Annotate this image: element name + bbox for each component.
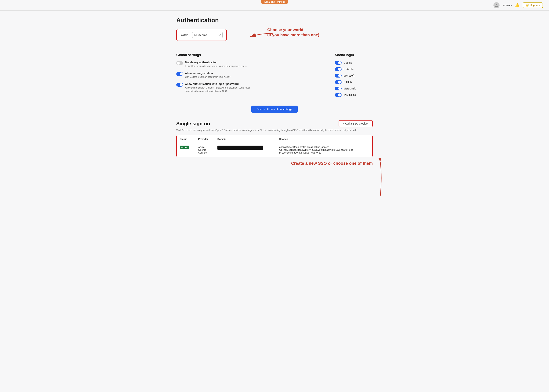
row-scopes: openid User.Read profile email offline_a… [276, 143, 372, 157]
top-bar-right: admin ▾ 🔔 👑 Upgrade [493, 2, 543, 8]
sso-section-wrap: Single sign on + Add a SSO provider Work… [176, 120, 373, 157]
self-registration-track[interactable] [176, 72, 183, 76]
upgrade-icon: 👑 [526, 4, 529, 7]
metamask-thumb [338, 87, 341, 90]
world-select[interactable]: MS teamsWorld 1World 2 [192, 32, 223, 38]
self-registration-text: Allow self-registration Can visitors cre… [185, 72, 230, 79]
self-registration-thumb [180, 72, 183, 76]
row-provider: AzureOpenIdConnect [195, 143, 214, 157]
github-label: GitHub [344, 81, 352, 84]
linkedin-thumb [338, 68, 341, 71]
choose-world-callout: Choose your world(if you have more than … [267, 27, 328, 37]
world-arrow [245, 31, 275, 43]
table-row[interactable]: Active AzureOpenIdConnect openid User.Re… [177, 143, 372, 157]
social-metamask: MetaMask [335, 87, 373, 91]
main-content: Authentication World: MS teamsWorld 1Wor… [170, 11, 379, 177]
self-registration-toggle-wrap[interactable] [176, 72, 183, 77]
bell-icon[interactable]: 🔔 [515, 3, 520, 7]
avatar [493, 2, 500, 8]
col-domain: Domain [214, 135, 276, 143]
mandatory-auth-track[interactable] [176, 61, 183, 65]
github-toggle[interactable] [335, 80, 342, 84]
google-toggle[interactable] [335, 61, 342, 65]
upgrade-button[interactable]: 👑 Upgrade [523, 2, 543, 8]
world-selector-box: World: MS teamsWorld 1World 2 [176, 29, 227, 41]
top-bar: Local environment admin ▾ 🔔 👑 Upgrade [0, 0, 549, 11]
self-registration-label: Allow self-registration [185, 72, 230, 75]
test-oidc-thumb [338, 93, 341, 97]
mandatory-auth-desc: If disabled, access to your world is ope… [185, 64, 246, 68]
env-badge: Local environment [261, 0, 288, 4]
login-password-track[interactable] [176, 83, 183, 87]
sso-table: Status Provider Domain Scopes Active Azu… [177, 135, 372, 157]
microsoft-track[interactable] [335, 74, 342, 77]
social-linkedin: LinkedIn [335, 67, 373, 71]
row-status: Active [177, 143, 195, 157]
self-registration-item: Allow self-registration Can visitors cre… [176, 72, 320, 79]
domain-redacted-value [218, 146, 263, 150]
mandatory-auth-toggle[interactable] [176, 61, 183, 65]
col-scopes: Scopes [276, 135, 372, 143]
test-oidc-label: Test OIDC [344, 93, 356, 97]
mandatory-auth-item: Mandatory authentication If disabled, ac… [176, 61, 320, 68]
social-google: Google [335, 61, 373, 65]
login-password-desc: Allow authentication via login / passwor… [185, 86, 253, 93]
login-password-text: Allow authentication with login / passwo… [185, 83, 253, 93]
microsoft-thumb [338, 74, 341, 77]
sso-table-body: Active AzureOpenIdConnect openid User.Re… [177, 143, 372, 157]
page-title: Authentication [176, 17, 373, 24]
sso-table-head: Status Provider Domain Scopes [177, 135, 372, 143]
save-button-wrap: Save authentication settings [176, 105, 373, 112]
mandatory-auth-thumb [177, 62, 180, 65]
google-track[interactable] [335, 61, 342, 65]
microsoft-toggle[interactable] [335, 74, 342, 77]
social-github: GitHub [335, 80, 373, 84]
google-thumb [338, 61, 341, 64]
metamask-label: MetaMask [344, 87, 356, 90]
social-login-title: Social login [335, 53, 373, 57]
mandatory-auth-toggle-wrap[interactable] [176, 61, 183, 66]
global-settings-title: Global settings [176, 53, 320, 57]
google-label: Google [344, 61, 352, 64]
admin-label: admin [503, 4, 510, 7]
add-sso-wrap: + Add a SSO provider [338, 120, 373, 127]
sso-description: WorkAdventure can integrate with any Ope… [176, 128, 373, 132]
row-domain [214, 143, 276, 157]
choose-world-text: Choose your world(if you have more than … [267, 28, 319, 37]
login-password-label: Allow authentication with login / passwo… [185, 83, 253, 85]
test-oidc-toggle[interactable] [335, 93, 342, 97]
chevron-down-icon: ▾ [511, 4, 512, 7]
metamask-toggle[interactable] [335, 87, 342, 91]
status-badge: Active [180, 146, 189, 149]
linkedin-label: LinkedIn [344, 68, 353, 71]
microsoft-label: Microsoft [344, 74, 354, 77]
create-sso-callout: Create a new SSO or choose one of them [176, 161, 373, 166]
sso-table-header-row: Status Provider Domain Scopes [177, 135, 372, 143]
self-registration-toggle[interactable] [176, 72, 183, 76]
social-microsoft: Microsoft [335, 74, 373, 77]
mandatory-auth-label: Mandatory authentication [185, 61, 246, 64]
sso-title: Single sign on [176, 121, 210, 127]
login-password-item: Allow authentication with login / passwo… [176, 83, 320, 93]
sso-table-wrap: Status Provider Domain Scopes Active Azu… [176, 135, 373, 157]
login-password-thumb [180, 83, 183, 86]
col-provider: Provider [195, 135, 214, 143]
social-login-panel: Social login Google LinkedIn [335, 53, 373, 99]
self-registration-desc: Can visitors create an account in your w… [185, 75, 230, 79]
global-settings-panel: Global settings Mandatory authentication… [176, 53, 320, 99]
login-password-toggle-wrap[interactable] [176, 83, 183, 87]
metamask-track[interactable] [335, 87, 342, 91]
world-label: World: [181, 33, 189, 37]
create-sso-text: Create a new SSO or choose one of them [291, 161, 373, 166]
linkedin-track[interactable] [335, 67, 342, 71]
admin-dropdown[interactable]: admin ▾ [503, 4, 512, 7]
github-track[interactable] [335, 80, 342, 84]
upgrade-label: Upgrade [530, 4, 540, 7]
add-sso-button[interactable]: + Add a SSO provider [338, 120, 373, 127]
save-authentication-button[interactable]: Save authentication settings [251, 105, 298, 112]
linkedin-toggle[interactable] [335, 67, 342, 71]
sso-header: Single sign on + Add a SSO provider [176, 120, 373, 127]
login-password-toggle[interactable] [176, 83, 183, 87]
col-status: Status [177, 135, 195, 143]
test-oidc-track[interactable] [335, 93, 342, 97]
